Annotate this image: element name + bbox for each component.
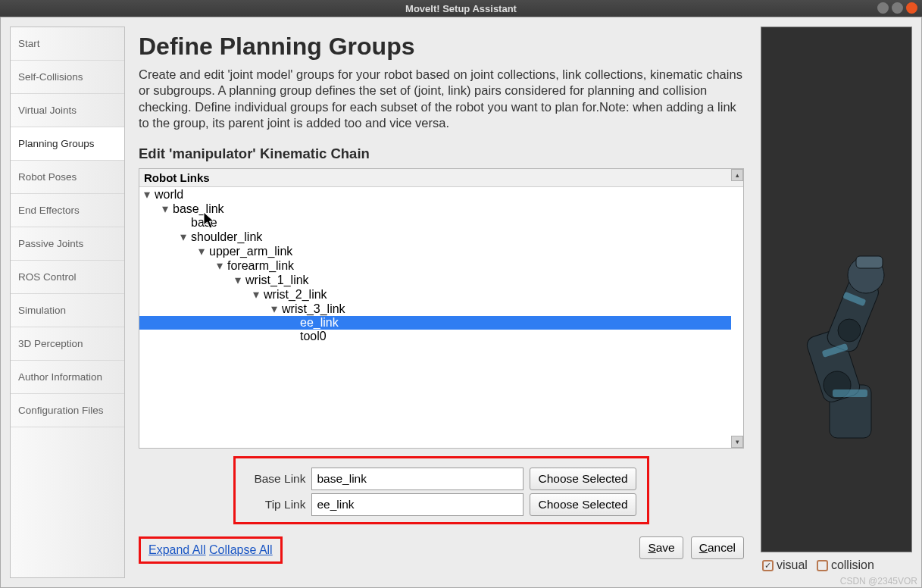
tree-node-shoulder-link[interactable]: ▾shoulder_link <box>139 230 731 244</box>
tree-node-tool0[interactable]: tool0 <box>139 330 731 343</box>
tree-node-label: wrist_1_link <box>245 274 309 286</box>
scroll-down-icon[interactable]: ▾ <box>731 436 743 448</box>
expand-collapse-highlight: Expand All Collapse All <box>139 536 283 564</box>
tree-node-label: wrist_2_link <box>264 288 327 301</box>
tree-expand-icon[interactable]: ▾ <box>144 187 155 202</box>
app-frame: StartSelf-CollisionsVirtual JointsPlanni… <box>0 17 922 588</box>
tree-node-label: base_link <box>173 202 224 215</box>
tree-expand-icon[interactable]: ▾ <box>180 230 191 244</box>
tree-node-wrist-3-link[interactable]: ▾wrist_3_link <box>139 302 731 316</box>
tree-node-base-link[interactable]: ▾base_link <box>139 202 731 216</box>
close-icon[interactable] <box>906 2 917 14</box>
tree-node-label: upper_arm_link <box>209 245 292 258</box>
tip-link-label: Tip Link <box>246 498 305 511</box>
base-link-input[interactable] <box>311 468 524 490</box>
sidebar-item-configuration-files[interactable]: Configuration Files <box>11 394 124 427</box>
sidebar-item-virtual-joints[interactable]: Virtual Joints <box>11 94 124 127</box>
minimize-icon[interactable] <box>877 2 889 14</box>
sidebar-item-end-effectors[interactable]: End Effectors <box>11 194 124 227</box>
sidebar-item-3d-perception[interactable]: 3D Perception <box>11 327 124 361</box>
robot-links-tree: Robot Links ▴ ▾ ▾world▾base_linkbase▾sho… <box>139 168 744 449</box>
svg-point-6 <box>838 319 861 342</box>
page-title: Define Planning Groups <box>139 33 744 61</box>
choose-selected-tip-button[interactable]: Choose Selected <box>530 493 636 516</box>
sidebar-item-simulation[interactable]: Simulation <box>11 294 124 327</box>
collision-checkbox-label: collision <box>831 558 874 572</box>
sidebar-item-passive-joints[interactable]: Passive Joints <box>11 227 124 261</box>
right-panel: ✓ visual collision <box>761 27 912 578</box>
tree-node-wrist-2-link[interactable]: ▾wrist_2_link <box>139 287 731 302</box>
tree-expand-icon[interactable]: ▾ <box>198 244 209 258</box>
main-panel: Define Planning Groups Create and edit '… <box>125 17 761 587</box>
sidebar-item-self-collisions[interactable]: Self-Collisions <box>11 61 124 94</box>
tree-node-label: ee_link <box>300 316 339 329</box>
tree-expand-icon[interactable]: ▾ <box>162 202 173 216</box>
tree-header[interactable]: Robot Links <box>139 169 743 187</box>
watermark: CSDN @2345VOR <box>840 576 917 586</box>
svg-rect-7 <box>833 389 867 397</box>
expand-all-link[interactable]: Expand All <box>148 543 206 556</box>
sidebar-item-start[interactable]: Start <box>11 27 124 61</box>
collision-checkbox[interactable]: collision <box>817 558 874 572</box>
window-title: MoveIt! Setup Assistant <box>405 3 517 14</box>
tree-node-label: base <box>191 216 217 229</box>
sidebar-nav: StartSelf-CollisionsVirtual JointsPlanni… <box>10 27 125 578</box>
tree-node-wrist-1-link[interactable]: ▾wrist_1_link <box>139 273 731 287</box>
tree-node-base[interactable]: base <box>139 216 731 230</box>
tree-node-label: wrist_3_link <box>282 302 345 315</box>
tree-node-label: shoulder_link <box>191 230 262 243</box>
tree-expand-icon[interactable]: ▾ <box>235 273 245 287</box>
robot-3d-viewport[interactable] <box>761 27 912 552</box>
visual-checkbox-label: visual <box>777 558 808 572</box>
maximize-icon[interactable] <box>892 2 903 14</box>
sidebar-item-ros-control[interactable]: ROS Control <box>11 261 124 294</box>
page-description: Create and edit 'joint model' groups for… <box>139 67 744 132</box>
cancel-button[interactable]: Cancel <box>691 536 744 559</box>
sidebar-item-planning-groups[interactable]: Planning Groups <box>11 127 124 161</box>
section-subtitle: Edit 'manipulator' Kinematic Chain <box>139 145 744 162</box>
sidebar-item-author-information[interactable]: Author Information <box>11 361 124 394</box>
tree-node-world[interactable]: ▾world <box>139 187 731 202</box>
tree-expand-icon[interactable]: ▾ <box>271 302 282 316</box>
tree-expand-icon[interactable]: ▾ <box>217 258 227 273</box>
tree-node-ee-link[interactable]: ee_link <box>139 316 731 330</box>
tree-expand-icon[interactable]: ▾ <box>253 287 264 302</box>
robot-model-icon <box>784 233 898 461</box>
tree-node-forearm-link[interactable]: ▾forearm_link <box>139 258 731 273</box>
choose-selected-base-button[interactable]: Choose Selected <box>530 468 636 490</box>
tree-node-label: forearm_link <box>227 259 294 272</box>
visual-checkbox[interactable]: ✓ visual <box>762 558 808 572</box>
tree-node-label: world <box>155 188 183 201</box>
collapse-all-link[interactable]: Collapse All <box>209 543 273 556</box>
sidebar-item-robot-poses[interactable]: Robot Poses <box>11 161 124 194</box>
tree-node-label: tool0 <box>300 330 327 342</box>
tree-body[interactable]: ▾world▾base_linkbase▾shoulder_link▾upper… <box>139 187 731 448</box>
scroll-up-icon[interactable]: ▴ <box>731 169 743 181</box>
tip-link-input[interactable] <box>311 493 524 516</box>
window-titlebar: MoveIt! Setup Assistant <box>0 0 922 17</box>
base-link-label: Base Link <box>246 472 305 486</box>
svg-rect-4 <box>856 256 883 268</box>
chain-form-highlight: Base Link Choose Selected Tip Link Choos… <box>233 456 649 524</box>
save-button[interactable]: Save <box>639 536 683 559</box>
tree-node-upper-arm-link[interactable]: ▾upper_arm_link <box>139 244 731 258</box>
